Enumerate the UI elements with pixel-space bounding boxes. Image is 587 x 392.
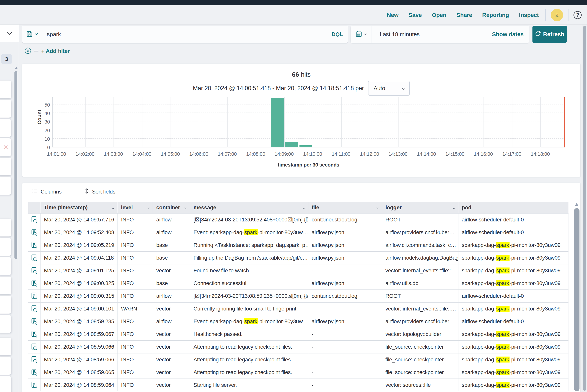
expand-document-icon[interactable] xyxy=(28,341,41,353)
collapsed-field-card[interactable] xyxy=(0,100,11,118)
y-gridline xyxy=(53,121,565,122)
cell-message: Healthcheck passed. xyxy=(190,328,308,340)
collapsed-field-card[interactable] xyxy=(0,276,11,294)
nav-link-save[interactable]: Save xyxy=(408,12,422,18)
x-gridline xyxy=(142,97,142,148)
table-header-pod[interactable]: pod xyxy=(458,202,568,213)
table-row[interactable]: Mar 20, 2024 @ 14:09:57.716INFOairflow[☒… xyxy=(28,213,568,226)
time-range-value[interactable]: Last 18 minutes xyxy=(372,31,492,38)
help-icon[interactable]: ? xyxy=(574,11,582,19)
expand-document-icon[interactable] xyxy=(28,277,41,290)
table-header-logger[interactable]: logger xyxy=(382,202,458,213)
collapsed-field-card[interactable] xyxy=(0,257,11,275)
x-gridline xyxy=(484,97,484,148)
nav-link-inspect[interactable]: Inspect xyxy=(519,12,539,18)
query-language-button[interactable]: DQL xyxy=(332,31,348,38)
collapsed-field-card[interactable] xyxy=(0,119,11,137)
expand-document-icon[interactable] xyxy=(28,354,41,366)
table-row[interactable]: Mar 20, 2024 @ 14:09:52.408INFOairflowEv… xyxy=(28,226,568,238)
collapsed-field-card[interactable] xyxy=(0,296,11,314)
table-header-container[interactable]: container xyxy=(153,202,190,213)
table-header-message[interactable]: message xyxy=(190,202,308,213)
search-highlight: spark xyxy=(496,369,510,375)
table-scrollbar-thumb[interactable] xyxy=(574,208,580,391)
y-tick-label: 50 xyxy=(39,102,50,108)
expand-document-icon[interactable] xyxy=(28,315,41,328)
table-row[interactable]: Mar 20, 2024 @ 14:08:59.066INFOvectorAtt… xyxy=(28,353,568,366)
chevron-down-icon[interactable] xyxy=(112,204,115,211)
collapsed-field-card[interactable] xyxy=(0,238,11,256)
table-row[interactable]: Mar 20, 2024 @ 14:08:59.065INFOvectorAtt… xyxy=(28,366,568,378)
collapsed-field-card[interactable] xyxy=(0,80,11,98)
nav-link-reporting[interactable]: Reporting xyxy=(482,12,509,18)
sidebar-scrollbar-thumb[interactable] xyxy=(14,71,17,259)
sidebar-scrollbar-arrow-icon[interactable] xyxy=(15,67,18,69)
table-scrollbar-arrow-icon[interactable] xyxy=(575,203,578,206)
nav-link-new[interactable]: New xyxy=(387,12,398,18)
table-row[interactable]: Mar 20, 2024 @ 14:09:00.101WARNvectorCur… xyxy=(28,302,568,315)
expand-document-icon[interactable] xyxy=(28,214,41,226)
cell-container: vector xyxy=(153,264,190,277)
table-row[interactable]: Mar 20, 2024 @ 14:08:59.067INFOvectorHea… xyxy=(28,328,568,340)
collapsed-field-card[interactable] xyxy=(0,376,11,392)
show-dates-button[interactable]: Show dates xyxy=(492,31,529,38)
expand-document-icon[interactable] xyxy=(28,239,41,251)
search-input[interactable] xyxy=(42,26,332,43)
collapsed-field-card[interactable] xyxy=(0,338,11,356)
y-tick-label: 0 xyxy=(39,144,50,150)
table-row[interactable]: Mar 20, 2024 @ 14:09:05.219INFObaseRunni… xyxy=(28,238,568,251)
columns-button[interactable]: Columns xyxy=(32,188,62,195)
table-row[interactable]: Mar 20, 2024 @ 14:09:01.125INFOvectorFou… xyxy=(28,264,568,277)
table-row[interactable]: Mar 20, 2024 @ 14:08:59.235INFOairflowEv… xyxy=(28,315,568,328)
cell-container: base xyxy=(153,277,190,290)
expand-document-icon[interactable] xyxy=(28,328,41,340)
nav-link-open[interactable]: Open xyxy=(432,12,446,18)
sidebar-collapse-button[interactable] xyxy=(0,25,19,42)
expand-document-icon[interactable] xyxy=(28,226,41,238)
sort-fields-button[interactable]: Sort fields xyxy=(84,188,115,195)
table-row[interactable]: Mar 20, 2024 @ 14:09:00.825INFObaseConne… xyxy=(28,277,568,290)
expand-document-icon[interactable] xyxy=(28,366,41,378)
table-row[interactable]: Mar 20, 2024 @ 14:09:04.118INFObaseFilli… xyxy=(28,251,568,264)
cell-message: Event: sparkapp-dag-spark-pi-monitor-80y… xyxy=(190,315,308,328)
search-highlight: spark xyxy=(496,331,510,337)
chevron-down-icon[interactable] xyxy=(184,204,187,211)
collapsed-field-card[interactable] xyxy=(0,219,11,236)
filter-icon[interactable] xyxy=(24,47,32,55)
expand-document-icon[interactable] xyxy=(28,290,41,302)
chevron-down-icon[interactable] xyxy=(452,204,456,211)
saved-query-menu-button[interactable] xyxy=(22,26,42,43)
collapsed-field-card[interactable]: ✕ xyxy=(0,138,11,156)
chevron-down-icon[interactable] xyxy=(376,204,379,211)
collapsed-field-card[interactable] xyxy=(0,177,11,195)
chevron-down-icon[interactable] xyxy=(147,204,150,211)
nav-link-share[interactable]: Share xyxy=(456,12,472,18)
close-icon[interactable]: ✕ xyxy=(3,144,8,151)
page-scrollbar-thumb[interactable] xyxy=(583,26,586,391)
cell-logger: airflow.models.dagbag.DagBag xyxy=(382,252,458,264)
sort-arrows-icon xyxy=(84,188,89,195)
x-gridline xyxy=(256,97,256,148)
table-row[interactable]: Mar 20, 2024 @ 14:08:59.066INFOvectorAtt… xyxy=(28,340,568,353)
collapsed-field-card[interactable] xyxy=(0,158,11,176)
expand-document-icon[interactable] xyxy=(28,264,41,277)
table-row[interactable]: Mar 20, 2024 @ 14:09:00.315INFOairflow[☒… xyxy=(28,290,568,302)
column-label: file xyxy=(312,204,319,211)
expand-document-icon[interactable] xyxy=(28,302,41,315)
collapsed-field-card[interactable] xyxy=(0,315,11,333)
table-header-level[interactable]: level xyxy=(118,202,153,213)
interval-select[interactable]: Auto xyxy=(368,81,410,96)
date-quick-select-button[interactable] xyxy=(351,26,372,43)
add-filter-button[interactable]: + Add filter xyxy=(41,48,70,54)
expand-document-icon[interactable] xyxy=(28,379,41,391)
cell-time-timestamp-: Mar 20, 2024 @ 14:09:00.315 xyxy=(41,290,118,302)
refresh-button[interactable]: Refresh xyxy=(532,26,567,43)
avatar[interactable]: a xyxy=(551,9,563,21)
expand-document-icon[interactable] xyxy=(28,252,41,264)
cell-pod: sparkapp-dag-spark-pi-monitor-80y3uw09 xyxy=(458,239,568,251)
chevron-down-icon[interactable] xyxy=(302,204,305,211)
table-header-file[interactable]: file xyxy=(308,202,382,213)
collapsed-field-card[interactable] xyxy=(0,357,11,375)
table-row[interactable]: Mar 20, 2024 @ 14:08:59.064INFOvectorSta… xyxy=(28,378,568,391)
table-header-time-timestamp-[interactable]: Time (timestamp) xyxy=(41,202,118,213)
